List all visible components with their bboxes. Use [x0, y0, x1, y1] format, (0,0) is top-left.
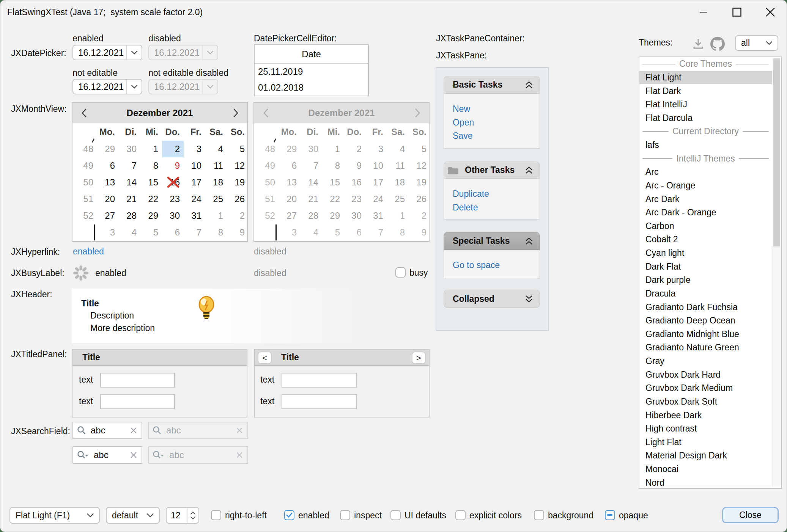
titledpanel-right-input-2[interactable]: [282, 394, 357, 409]
theme-row[interactable]: Nord: [639, 476, 772, 489]
taskpane-special-header[interactable]: Special Tasks: [444, 232, 540, 250]
calendar-day[interactable]: 27: [97, 207, 119, 224]
font-size-spinner[interactable]: 12: [166, 507, 199, 524]
task-link[interactable]: Open: [453, 118, 474, 128]
task-link[interactable]: New: [453, 104, 470, 114]
theme-row[interactable]: Cyan light: [639, 246, 772, 260]
theme-row[interactable]: lafs: [639, 138, 772, 152]
calendar-day[interactable]: 10: [184, 157, 205, 174]
theme-row[interactable]: Arc - Orange: [639, 179, 772, 193]
option-checkbox[interactable]: enabled: [284, 510, 329, 521]
calendar-day[interactable]: 16: [162, 174, 184, 191]
task-link[interactable]: Save: [453, 131, 472, 141]
theme-row[interactable]: Dark purple: [639, 273, 772, 287]
titledpanel-left-input-1[interactable]: [100, 373, 175, 388]
busy-checkbox-box[interactable]: [395, 267, 406, 278]
task-link[interactable]: Duplicate: [453, 189, 489, 199]
checkbox-box[interactable]: [340, 510, 350, 520]
calendar-day[interactable]: 7: [184, 224, 205, 241]
calendar-day[interactable]: 2: [227, 207, 249, 224]
task-link[interactable]: Delete: [453, 202, 478, 213]
calendar-day[interactable]: 7: [119, 157, 140, 174]
option-checkbox[interactable]: UI defaults: [390, 510, 446, 521]
mode-combo[interactable]: default: [106, 507, 160, 524]
calendar-day[interactable]: 4: [119, 224, 140, 241]
checkbox-box[interactable]: [605, 510, 615, 520]
calendar-day[interactable]: 9: [227, 224, 249, 241]
calendar-day[interactable]: 25: [205, 191, 227, 207]
calendar-day[interactable]: 14: [119, 174, 140, 191]
theme-row[interactable]: Gruvbox Dark Medium: [639, 381, 772, 395]
calendar-day[interactable]: 11: [205, 157, 227, 174]
laf-combo[interactable]: Flat Light (F1): [9, 507, 100, 524]
github-icon[interactable]: [710, 37, 725, 51]
datepicker-not-editable[interactable]: 16.12.2021: [72, 79, 142, 94]
theme-row[interactable]: Gradianto Deep Ocean: [639, 314, 772, 328]
themes-scrollbar-thumb[interactable]: [773, 58, 780, 246]
taskpane-basic-header[interactable]: Basic Tasks: [444, 76, 540, 94]
datepicker-enabled-dropdown-button[interactable]: [126, 46, 142, 60]
checkbox-box[interactable]: [534, 510, 544, 520]
calendar-day[interactable]: 3: [184, 141, 205, 157]
theme-row[interactable]: Arc: [639, 165, 772, 179]
calendar-day[interactable]: 4: [205, 141, 227, 157]
theme-row[interactable]: Flat Darcula: [639, 111, 772, 125]
datepicker-enabled[interactable]: 16.12.2021: [72, 45, 142, 60]
theme-row[interactable]: High contrast: [639, 422, 772, 436]
option-checkbox[interactable]: inspect: [340, 510, 382, 521]
download-icon[interactable]: [693, 38, 704, 49]
checkbox-box[interactable]: [211, 510, 221, 520]
collapse-icon[interactable]: [524, 80, 534, 89]
themes-scrollbar[interactable]: [772, 58, 781, 487]
calendar-day[interactable]: 1: [205, 207, 227, 224]
searchfield-dropdown-enabled[interactable]: abc: [72, 446, 142, 464]
calendar-day[interactable]: 31: [184, 207, 205, 224]
option-checkbox[interactable]: right-to-left: [211, 510, 267, 521]
calendar-day[interactable]: 8: [140, 157, 162, 174]
theme-row[interactable]: Dracula: [639, 287, 772, 301]
calendar-day[interactable]: 5: [227, 141, 249, 157]
option-checkbox[interactable]: opaque: [605, 510, 648, 521]
calendar-day[interactable]: 29: [97, 141, 119, 157]
calendar-day[interactable]: 48: [76, 141, 97, 157]
date-table-row[interactable]: 01.02.2018: [255, 80, 368, 96]
calendar-day[interactable]: 26: [227, 191, 249, 207]
taskpane-other-header[interactable]: Other Tasks: [444, 162, 540, 179]
searchfield-enabled-value[interactable]: abc: [91, 425, 130, 436]
expand-icon[interactable]: [524, 294, 534, 303]
calendar-day[interactable]: 30: [162, 207, 184, 224]
calendar-day[interactable]: 2: [162, 141, 184, 157]
calendar-day[interactable]: 22: [140, 191, 162, 207]
calendar-day[interactable]: 18: [205, 174, 227, 191]
checkbox-box[interactable]: [455, 510, 466, 520]
checkbox-box[interactable]: [284, 510, 294, 520]
calendar-day[interactable]: 8: [205, 224, 227, 241]
calendar-day[interactable]: 51: [76, 191, 97, 207]
calendar-day[interactable]: 13: [97, 174, 119, 191]
datepicker-enabled-value[interactable]: 16.12.2021: [73, 47, 126, 58]
theme-row[interactable]: IntelliJ Themes: [639, 152, 772, 165]
theme-row[interactable]: Core Themes: [639, 57, 772, 71]
theme-row[interactable]: Carbon: [639, 220, 772, 233]
theme-row[interactable]: Hiberbee Dark: [639, 408, 772, 422]
titledpanel-prev-button[interactable]: <: [258, 352, 272, 364]
calendar-day[interactable]: 21: [119, 191, 140, 207]
theme-row[interactable]: Flat Light: [639, 71, 772, 85]
themes-filter-combo[interactable]: all: [735, 35, 778, 51]
theme-row[interactable]: Current Directory: [639, 125, 772, 138]
next-month-button[interactable]: [224, 103, 247, 123]
theme-row[interactable]: Arc Dark: [639, 192, 772, 206]
calendar-day[interactable]: 50: [76, 174, 97, 191]
prev-month-button[interactable]: [72, 103, 95, 123]
calendar-day[interactable]: 9: [162, 157, 184, 174]
theme-row[interactable]: Flat Dark: [639, 84, 772, 98]
calendar-day[interactable]: 3: [97, 224, 119, 241]
theme-row[interactable]: Gray: [639, 355, 772, 368]
taskpane-collapsed-header[interactable]: Collapsed: [444, 290, 540, 308]
calendar-day[interactable]: 52: [76, 207, 97, 224]
date-table-header[interactable]: Date: [255, 45, 368, 64]
calendar-day[interactable]: 20: [97, 191, 119, 207]
collapse-icon[interactable]: [524, 166, 534, 175]
minimize-button[interactable]: [691, 0, 716, 24]
busy-checkbox[interactable]: busy: [395, 267, 428, 278]
